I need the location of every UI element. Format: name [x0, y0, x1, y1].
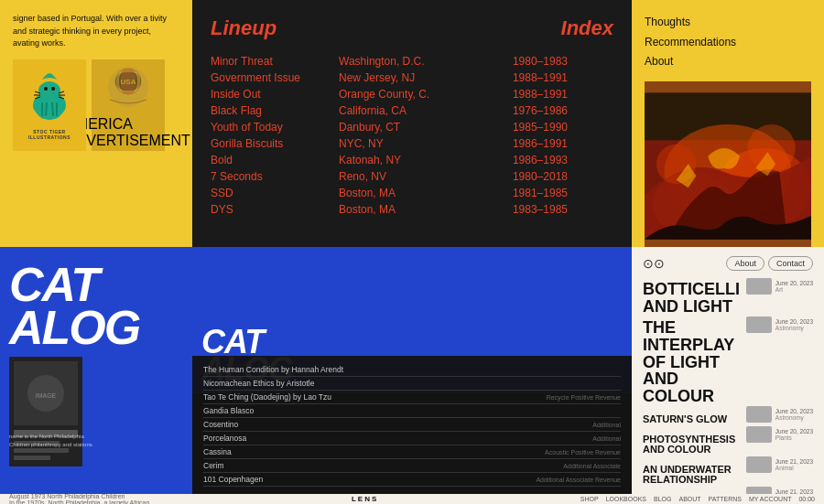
thoughts-nav-item[interactable]: Recommendations	[645, 33, 811, 53]
lineup-row: SSD Boston, MA 1981–1985	[211, 185, 613, 201]
entry-meta: June 20, 2023 Astronomy	[775, 408, 813, 421]
catalog-title: CATALOG	[9, 263, 183, 349]
band-name: DYS	[211, 203, 339, 216]
bottom-bar-logo: LENS	[352, 495, 378, 503]
lineup-row: Government Issue New Jersey, NJ 1988–199…	[211, 70, 613, 86]
book-item: 101 Copenhagen Additional Associate Reve…	[203, 473, 621, 487]
entry-thumb	[746, 426, 772, 443]
book-action: Additional Associate Revenue	[536, 477, 621, 483]
blog-entries: BOTTICELLI AND LIGHT June 20, 2023 Art T…	[643, 278, 813, 494]
bottom-bar-left: August 1973 North Philadelphia Children …	[9, 493, 149, 505]
thoughts-nav-item[interactable]: About	[645, 52, 811, 72]
entry-thumb	[746, 456, 772, 473]
entry-meta: June 20, 2023 Plants	[775, 428, 813, 441]
band-city: New Jersey, NJ	[339, 71, 485, 84]
entry-title: SATURN'S GLOW	[643, 414, 727, 425]
svg-point-2	[44, 87, 48, 91]
panel-designer: signer based in Portugal. With over a ti…	[0, 0, 192, 247]
svg-rect-33	[14, 448, 69, 453]
lineup-row: Youth of Today Danbury, CT 1985–1990	[211, 119, 613, 135]
band-name: Black Flag	[211, 104, 339, 117]
entry-meta: June 21, 2023 Animal	[775, 458, 813, 471]
band-name: Youth of Today	[211, 121, 339, 134]
band-years: 1980–2018	[485, 170, 568, 183]
small-text: name is the North Philadelphia Children …	[9, 433, 101, 448]
lineup-header: Lineup Index	[211, 16, 613, 40]
bottom-bar-nav: SHOPLOOKBOOKSBLOGABOUTPATTERNSMY ACCOUNT…	[580, 496, 815, 502]
lineup-row: 7 Seconds Reno, NV 1980–2018	[211, 168, 613, 185]
america-icon: USA	[101, 61, 156, 116]
band-city: Danbury, CT	[339, 121, 485, 134]
designer-description: signer based in Portugal. With over a ti…	[13, 13, 179, 50]
blog-header: ⊙⊙ About Contact	[643, 256, 813, 271]
lineup-table: Minor Threat Washington, D.C. 1980–1983 …	[211, 53, 613, 218]
bottom-nav-item[interactable]: PATTERNS	[709, 496, 742, 502]
lineup-row: Black Flag California, CA 1976–1986	[211, 102, 613, 119]
band-city: Boston, MA	[339, 203, 485, 216]
panel-blog: ⊙⊙ About Contact BOTTICELLI AND LIGHT Ju…	[632, 247, 824, 494]
book-name: Cerim	[203, 461, 224, 470]
blog-entry: THE INTERPLAY OF LIGHT AND COLOUR June 2…	[643, 316, 813, 405]
band-name: Bold	[211, 154, 339, 166]
tiger-illustration: STOC TIGER ILLUSTRATIONS	[13, 59, 86, 151]
entry-title: PHOTOSYNTHESIS AND COLOUR	[643, 434, 740, 456]
catalog-content: CATALOG IMAGE name is the North Philadel…	[9, 256, 183, 485]
band-years: 1976–1986	[485, 104, 568, 117]
blog-buttons[interactable]: About Contact	[726, 256, 813, 271]
book-item: Tao Te Ching (Daodejing) by Lao Tzu Recy…	[203, 391, 621, 404]
band-name: Inside Out	[211, 88, 339, 101]
band-name: 7 Seconds	[211, 170, 339, 183]
book-name: Cassina	[203, 447, 232, 456]
svg-rect-34	[14, 456, 50, 460]
book-item: Cosentino Additional	[203, 418, 621, 432]
bottom-nav-item[interactable]: LOOKBOOKS	[606, 496, 646, 502]
band-city: Katonah, NY	[339, 154, 485, 166]
bottom-nav-item[interactable]: BLOG	[654, 496, 671, 502]
svg-text:USA: USA	[121, 78, 136, 86]
bottom-nav-item[interactable]: MY ACCOUNT	[749, 496, 792, 502]
band-city: California, CA	[339, 104, 485, 117]
book-action: Recycle Positive Revenue	[547, 394, 621, 401]
book-name: Porcelanosa	[203, 434, 246, 443]
panel-lineup: Lineup Index Minor Threat Washington, D.…	[192, 0, 632, 247]
book-list: The Human Condition by Hannah Arendt Nic…	[192, 356, 632, 494]
band-years: 1983–1985	[485, 203, 568, 216]
book-item: Gandia Blasco	[203, 404, 621, 418]
tiger-label: STOC TIGER ILLUSTRATIONS	[13, 129, 86, 140]
lineup-row: Inside Out Orange County, C. 1988–1991	[211, 86, 613, 102]
band-years: 1980–1983	[485, 55, 568, 68]
entry-meta: June 20, 2023 Astronomy	[775, 318, 813, 331]
book-item: Nicomachean Ethics by Aristotle	[203, 377, 621, 391]
book-name: The Human Condition by Hannah Arendt	[203, 365, 343, 374]
book-item: The Human Condition by Hannah Arendt	[203, 363, 621, 377]
panel-books: CATALOG The Human Condition by Hannah Ar…	[192, 247, 632, 494]
band-name: Government Issue	[211, 71, 339, 84]
band-years: 1985–1990	[485, 121, 568, 134]
blog-entry: BOTTICELLI AND LIGHT June 20, 2023 Art	[643, 278, 813, 316]
entry-thumb	[746, 316, 772, 333]
painting-area	[645, 81, 811, 247]
entry-thumb	[746, 487, 772, 494]
bottom-nav-item[interactable]: SHOP	[580, 496, 599, 502]
entry-thumb	[746, 406, 772, 423]
contact-button[interactable]: Contact	[768, 256, 813, 271]
blog-entry: DINOSAUR EXTINCTION June 21, 2023 Animal	[643, 487, 813, 494]
entry-title: BOTTICELLI AND LIGHT	[643, 281, 740, 316]
lineup-row: Gorilla Biscuits NYC, NY 1986–1991	[211, 135, 613, 152]
tiger-icon	[22, 70, 77, 125]
band-years: 1986–1991	[485, 137, 568, 150]
book-item: Cassina Acoustic Positive Revenue	[203, 445, 621, 459]
book-item: Cerim Additional Associate	[203, 459, 621, 473]
thoughts-nav: ThoughtsRecommendationsAbout	[645, 13, 811, 72]
about-button[interactable]: About	[726, 256, 764, 271]
band-city: Reno, NV	[339, 170, 485, 183]
illustrations-area: STOC TIGER ILLUSTRATIONS USA AMERICA ADV…	[13, 59, 179, 151]
lineup-row: Bold Katonah, NY 1986–1993	[211, 152, 613, 168]
svg-line-12	[52, 102, 53, 116]
bottom-nav-item[interactable]: ABOUT	[678, 496, 700, 502]
thoughts-nav-item[interactable]: Thoughts	[645, 13, 811, 33]
america-illustration: USA AMERICA ADVERTISEMENT	[92, 59, 165, 151]
cart-count: 00:00	[798, 496, 815, 502]
book-name: Nicomachean Ethics by Aristotle	[203, 379, 314, 388]
band-city: Orange County, C.	[339, 88, 485, 101]
